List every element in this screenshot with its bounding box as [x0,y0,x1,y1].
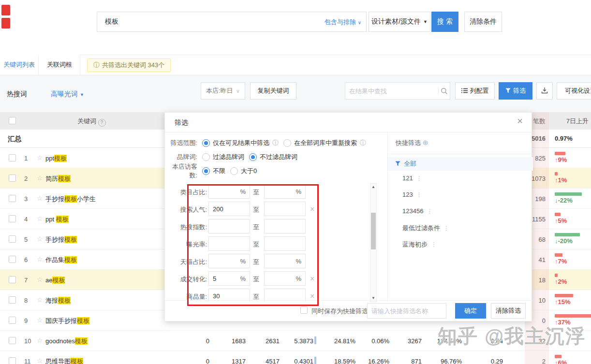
clear-row-icon[interactable]: × [310,275,314,283]
range-input[interactable] [208,219,250,233]
quick-filter-all[interactable]: 全部 [388,157,533,171]
clear-conditions-button[interactable]: 清除条件 [464,12,502,32]
keyword-text: 思维导图 [45,358,71,364]
radio-row-label: 本店访客数: [165,162,197,180]
range-input[interactable] [264,202,306,216]
radio-icon[interactable] [202,153,210,161]
range-input[interactable] [208,236,250,251]
clear-filter-button[interactable]: 清除筛选 [491,303,526,319]
quick-filter-item[interactable]: 123456⋮ [402,207,432,215]
search-icon[interactable] [438,87,450,95]
visual-settings-button[interactable]: 可视化设置 [557,82,591,100]
radio-selected-icon[interactable] [202,167,210,175]
radio-option[interactable]: 仅在可见结果中筛选ⓘ [202,139,279,147]
shop-date-select[interactable]: 本店:昨日∨ [201,82,245,100]
radio-icon[interactable] [230,167,238,175]
tab-related-roots[interactable]: 关联词根 [39,55,80,75]
favorite-star-icon[interactable]: ☆ [37,194,43,202]
favorite-star-icon[interactable]: ☆ [37,215,43,222]
row-checkbox[interactable] [9,215,16,222]
trend-bar [555,274,558,277]
row-checkbox[interactable] [9,256,16,263]
range-input[interactable]: % [208,184,250,199]
more-options-icon[interactable]: ⋮ [416,191,422,198]
result-find-input[interactable] [345,84,438,98]
column-config-button[interactable]: 列配置 [455,82,495,100]
favorite-star-icon[interactable]: ☆ [37,336,43,344]
range-input[interactable]: % [264,184,306,199]
close-icon[interactable]: × [517,116,523,127]
row-checkbox[interactable] [9,154,16,161]
favorite-star-icon[interactable]: ☆ [37,174,43,182]
radio-icon[interactable] [283,139,291,147]
column-header-keyword[interactable]: 关键词 ? [77,117,106,127]
add-quick-filter-icon[interactable]: ⊕ [423,139,428,146]
quick-filter-item[interactable]: 123⋮ [402,191,422,198]
category-filter-button[interactable]: 设计素材/源文件▼ [369,12,430,32]
clear-row-icon[interactable]: × [310,205,314,214]
data-cell: 96.76% [424,358,462,364]
more-options-icon[interactable]: ⋮ [443,225,449,232]
keyword-cell: 手抄报模板小学生 [45,195,96,204]
scroll-thumb[interactable] [371,213,376,249]
quick-filter-item[interactable]: 蓝海初步⋮ [402,240,437,249]
row-checkbox[interactable] [9,296,16,304]
more-options-icon[interactable]: ⋮ [427,208,432,215]
radio-selected-icon[interactable] [202,139,210,147]
range-input[interactable]: 200 [208,202,250,216]
row-checkbox[interactable] [9,175,16,182]
row-checkbox[interactable] [9,195,16,202]
range-input[interactable]: % [208,254,250,268]
save-quick-filter-checkbox[interactable] [300,306,308,314]
favorite-star-icon[interactable]: ☆ [37,296,43,304]
range-input[interactable] [264,289,306,301]
favorite-star-icon[interactable]: ☆ [37,154,43,161]
confirm-button[interactable]: 确定 [455,303,486,319]
favorite-star-icon[interactable]: ☆ [37,276,43,283]
radio-option[interactable]: 不限 [202,167,225,175]
range-input[interactable] [264,219,306,233]
include-exclude-link[interactable]: 包含与排除 ∨ [325,18,361,27]
radio-option[interactable]: 不过滤品牌词 [249,153,297,161]
range-input[interactable]: 5% [208,271,250,286]
row-checkbox[interactable] [9,337,16,344]
download-button[interactable] [536,82,553,100]
filter-button[interactable]: 筛选 [499,82,532,100]
favorite-star-icon[interactable]: ☆ [37,235,43,243]
radio-option[interactable]: 在全部词库中重新搜索ⓘ [283,139,366,147]
trend-bar [555,233,580,236]
column-header-rise7[interactable]: 7日上升 [555,117,589,126]
fields-scrollbar[interactable]: ▲ ▼ [370,183,377,302]
scroll-up-arrow[interactable]: ▲ [370,184,376,190]
range-input-value: 5 [213,275,216,282]
select-all-checkbox[interactable] [9,117,16,124]
tab-keyword-list[interactable]: 关键词列表 [0,55,39,75]
row-checkbox[interactable] [9,235,16,243]
row-checkbox[interactable] [9,276,16,283]
range-input[interactable] [264,236,306,251]
quick-filter-item[interactable]: 最低过滤条件⋮ [402,224,449,233]
radio-selected-icon[interactable] [249,153,257,161]
range-input[interactable]: % [264,271,306,286]
favorite-star-icon[interactable]: ☆ [37,316,43,324]
clear-row-icon[interactable]: × [310,292,314,301]
quick-filter-name-input[interactable] [367,303,446,319]
favorite-star-icon[interactable]: ☆ [37,357,43,364]
range-input[interactable]: % [264,254,306,268]
quick-filter-item[interactable]: 121⋮ [402,175,422,182]
more-options-icon[interactable]: ⋮ [416,175,422,182]
copy-keywords-button[interactable]: 复制关键词 [250,82,296,100]
search-button[interactable]: 搜 索 [431,12,458,32]
main-search-input[interactable] [100,14,313,29]
row-checkbox[interactable] [9,317,16,324]
row-checkbox[interactable] [9,357,16,364]
filter-modal: 筛选 × 筛选范围:仅在可见结果中筛选ⓘ在全部词库中重新搜索ⓘ品牌词:过滤品牌词… [164,112,532,321]
data-cell: 2631 [242,337,280,345]
keyword-highlight: 模板 [52,277,65,284]
radio-option[interactable]: 过滤品牌词 [202,153,244,161]
favorite-star-icon[interactable]: ☆ [37,255,43,263]
word-type-dropdown[interactable]: 高曝光词 ▼ [51,90,84,99]
radio-option[interactable]: 大于0 [230,167,257,175]
more-options-icon[interactable]: ⋮ [431,241,437,248]
range-input[interactable]: 30 [208,289,250,301]
